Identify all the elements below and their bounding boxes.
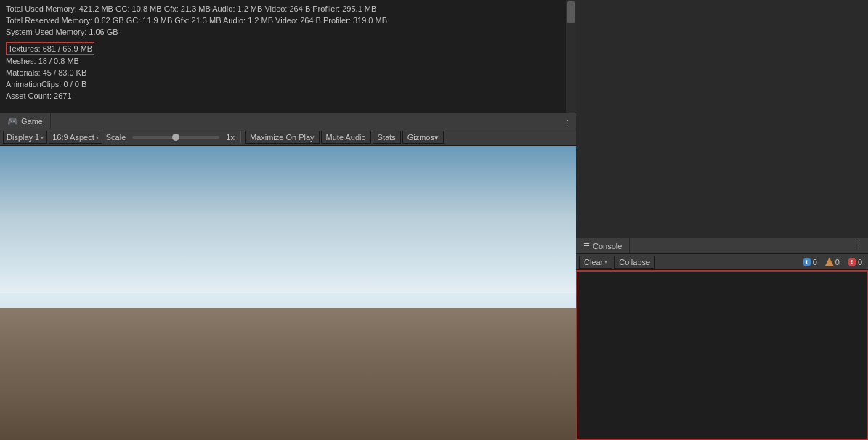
toolbar-separator-1 — [240, 131, 241, 143]
game-viewport — [0, 146, 576, 440]
profiler-animclips: AnimationClips: 0 / 0 B — [6, 78, 570, 90]
profiler-assetcount: Asset Count: 2671 — [6, 90, 570, 102]
game-tab-icon: 🎮 — [7, 116, 18, 126]
collapse-button[interactable]: Collapse — [614, 256, 655, 269]
aspect-label: 16:9 Aspect — [52, 133, 94, 142]
gizmos-dropdown-arrow: ▾ — [434, 133, 439, 142]
error-icon: ! — [848, 258, 856, 266]
profiler-materials: Materials: 45 / 83.0 KB — [6, 67, 570, 78]
console-tab-label: Console — [593, 242, 622, 250]
info-badge: i 0 — [800, 258, 820, 266]
mute-audio-button[interactable]: Mute Audio — [321, 131, 371, 144]
clear-label: Clear — [584, 258, 603, 266]
gizmos-label: Gizmos — [407, 133, 434, 142]
aspect-dropdown-arrow: ▾ — [96, 134, 99, 141]
game-tab-more-button[interactable]: ⋮ — [559, 113, 576, 129]
error-count: 0 — [858, 258, 862, 266]
profiler-textures: Textures: 681 / 66.9 MB — [6, 42, 570, 55]
console-more-button[interactable]: ⋮ — [851, 241, 868, 250]
game-tab-label: Game — [21, 117, 43, 126]
gizmos-dropdown[interactable]: Gizmos ▾ — [402, 131, 444, 144]
console-panel: ☰ Console ⋮ Clear ▾ Collapse i 0 0 ! 0 — [576, 238, 868, 440]
warn-badge: 0 — [822, 258, 843, 266]
console-content — [576, 270, 868, 440]
scale-slider[interactable] — [132, 136, 219, 139]
stats-label: Stats — [378, 133, 396, 142]
console-badges: i 0 0 ! 0 — [800, 258, 865, 266]
display-dropdown-arrow: ▾ — [41, 134, 44, 141]
console-tab[interactable]: ☰ Console — [576, 238, 630, 253]
aspect-dropdown[interactable]: 16:9 Aspect ▾ — [49, 131, 102, 144]
ground — [0, 308, 576, 440]
stats-button[interactable]: Stats — [373, 131, 401, 144]
warn-count: 0 — [835, 258, 840, 266]
display-dropdown[interactable]: Display 1 ▾ — [3, 131, 47, 144]
clear-button[interactable]: Clear ▾ — [579, 256, 612, 269]
profiler-meshes: Meshes: 18 / 0.8 MB — [6, 55, 570, 67]
display-label: Display 1 — [7, 133, 39, 142]
profiler-line-1: Total Used Memory: 421.2 MB GC: 10.8 MB … — [6, 3, 570, 15]
game-tabbar: 🎮 Game ⋮ — [0, 113, 576, 129]
profiler-line-2: Total Reserved Memory: 0.62 GB GC: 11.9 … — [6, 15, 570, 26]
profiler-line-3: System Used Memory: 1.06 GB — [6, 26, 570, 38]
profiler-scrollbar[interactable] — [566, 0, 576, 113]
scale-value: 1x — [226, 133, 235, 142]
game-toolbar: Display 1 ▾ 16:9 Aspect ▾ Scale 1x Maxim… — [0, 129, 576, 146]
mute-label: Mute Audio — [326, 133, 366, 142]
game-tab[interactable]: 🎮 Game — [0, 113, 51, 129]
maximize-on-play-button[interactable]: Maximize On Play — [245, 131, 320, 144]
clear-dropdown-arrow: ▾ — [604, 258, 607, 265]
console-tab-icon: ☰ — [583, 242, 590, 250]
profiler-panel: Total Used Memory: 421.2 MB GC: 10.8 MB … — [0, 0, 576, 113]
scale-slider-thumb[interactable] — [172, 134, 179, 141]
upper-right-panel — [576, 0, 868, 238]
info-icon: i — [803, 258, 811, 266]
maximize-label: Maximize On Play — [250, 133, 315, 142]
info-count: 0 — [813, 258, 817, 266]
error-badge: ! 0 — [845, 258, 865, 266]
console-toolbar: Clear ▾ Collapse i 0 0 ! 0 — [576, 254, 868, 270]
console-tabbar: ☰ Console ⋮ — [576, 238, 868, 254]
collapse-label: Collapse — [619, 258, 650, 266]
profiler-scrollbar-thumb[interactable] — [567, 1, 575, 23]
scale-label: Scale — [106, 133, 126, 142]
warn-icon — [825, 258, 834, 266]
